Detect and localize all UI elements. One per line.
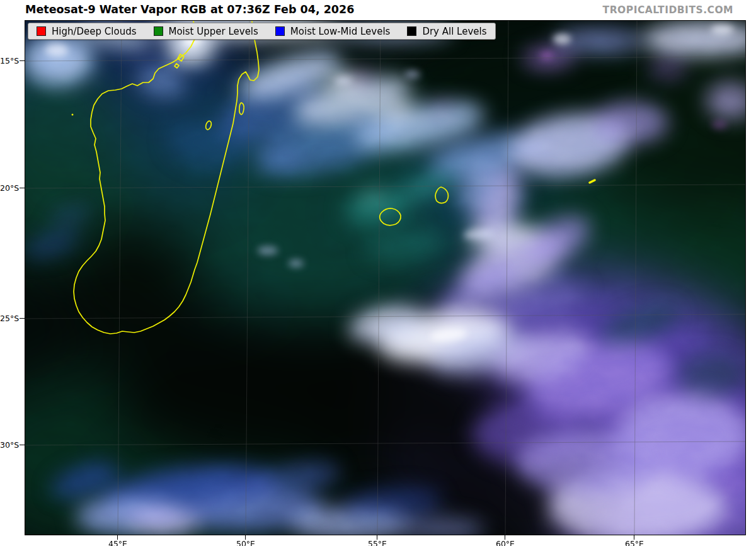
color-legend: High/Deep Clouds Moist Upper Levels Mois…	[28, 23, 496, 40]
lon-label: 60°E	[490, 539, 521, 546]
lat-label: 15°S	[0, 56, 18, 65]
lat-tick	[20, 60, 25, 61]
legend-swatch-moist-upper	[154, 26, 163, 36]
legend-label: Dry All Levels	[422, 26, 486, 37]
legend-swatch-dry	[407, 26, 416, 36]
weather-satellite-page: Meteosat-9 Water Vapor RGB at 07:36Z Feb…	[0, 0, 756, 546]
legend-item: Moist Upper Levels	[154, 26, 258, 37]
satellite-image-canvas	[25, 21, 745, 535]
site-watermark: TROPICALTIDBITS.COM	[603, 4, 733, 16]
lat-label: 20°S	[0, 183, 18, 193]
lat-label: 25°S	[0, 314, 18, 323]
cloud-grain-texture	[25, 21, 745, 535]
lon-label: 50°E	[230, 539, 261, 546]
lon-label: 65°E	[619, 539, 650, 546]
legend-label: High/Deep Clouds	[52, 26, 137, 37]
small-island-dot	[72, 114, 74, 116]
legend-swatch-moist-low-mid	[275, 26, 285, 36]
satellite-map	[25, 20, 746, 535]
legend-item: High/Deep Clouds	[37, 26, 137, 37]
legend-label: Moist Upper Levels	[169, 26, 258, 37]
lat-tick	[20, 318, 25, 319]
legend-label: Moist Low-Mid Levels	[290, 26, 391, 37]
legend-item: Moist Low-Mid Levels	[275, 26, 391, 37]
legend-swatch-high-deep-clouds	[37, 26, 46, 36]
lon-label: 45°E	[102, 539, 134, 546]
lat-label: 30°S	[0, 440, 18, 450]
lat-tick	[20, 188, 25, 188]
legend-item: Dry All Levels	[407, 26, 486, 37]
page-title: Meteosat-9 Water Vapor RGB at 07:36Z Feb…	[25, 3, 354, 16]
lon-label: 55°E	[362, 539, 393, 546]
lat-tick	[20, 445, 25, 445]
